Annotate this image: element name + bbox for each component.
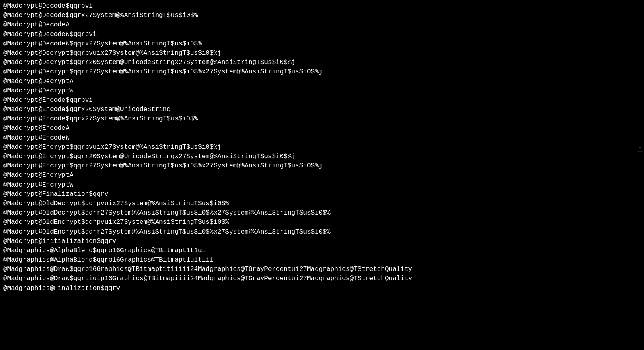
list-item: @Madgraphics@Finalization$qqrv [3,284,641,293]
list-item: @Madcrypt@EncryptW [3,180,641,190]
list-item: @Madgraphics@Draw$qqrp16Graphics@TBitmap… [3,265,641,274]
list-item: @Madcrypt@Encrypt$qqrr27System@%AnsiStri… [3,161,641,171]
lines-list: @Madcrypt@Decode$qqrpvi@Madcrypt@Decode$… [3,2,641,293]
list-item: @Madcrypt@DecodeW$qqrx27System@%AnsiStri… [3,39,641,49]
list-item: @Madcrypt@EncodeW [3,133,641,143]
list-item: @Madcrypt@Decode$qqrpvi [3,2,641,11]
list-item: @Madcrypt@Encrypt$qqrr20System@UnicodeSt… [3,152,641,161]
list-item: @Madgraphics@AlphaBlend$qqrp16Graphics@T… [3,256,641,265]
list-item: @Madcrypt@Encode$qqrpvi [3,96,641,105]
list-item: @Madcrypt@OldDecrypt$qqrpvuix27System@%A… [3,199,641,208]
list-item: @Madcrypt@OldEncrypt$qqrr27System@%AnsiS… [3,228,641,237]
list-item: @Madgraphics@AlphaBlend$qqrp16Graphics@T… [3,246,641,256]
scrollbar-thumb[interactable] [638,147,642,152]
list-item: @Madcrypt@initialization$qqrv [3,237,641,246]
list-item: @Madcrypt@DecodeA [3,20,641,30]
main-content: @Madcrypt@Decode$qqrpvi@Madcrypt@Decode$… [0,0,644,295]
list-item: @Madcrypt@Decode$qqrx27System@%AnsiStrin… [3,11,641,20]
list-item: @Madcrypt@OldDecrypt$qqrr27System@%AnsiS… [3,208,641,218]
list-item: @Madcrypt@Encode$qqrx27System@%AnsiStrin… [3,114,641,124]
list-item: @Madcrypt@Finalization$qqrv [3,190,641,199]
list-item: @Madcrypt@Decrypt$qqrpvuix27System@%Ansi… [3,49,641,58]
list-item: @Madgraphics@Draw$qqruiuip16Graphics@TBi… [3,274,641,283]
list-item: @Madcrypt@DecryptW [3,86,641,96]
list-item: @Madcrypt@DecryptA [3,77,641,86]
list-item: @Madcrypt@Decrypt$qqrr27System@%AnsiStri… [3,67,641,77]
list-item: @Madcrypt@EncryptA [3,171,641,180]
list-item: @Madcrypt@Decrypt$qqrr20System@UnicodeSt… [3,58,641,67]
list-item: @Madcrypt@DecodeW$qqrpvi [3,30,641,39]
list-item: @Madcrypt@Encrypt$qqrpvuix27System@%Ansi… [3,143,641,152]
list-item: @Madcrypt@Encode$qqrx20System@UnicodeStr… [3,105,641,114]
list-item: @Madcrypt@EncodeA [3,124,641,133]
list-item: @Madcrypt@OldEncrypt$qqrpvuix27System@%A… [3,218,641,227]
